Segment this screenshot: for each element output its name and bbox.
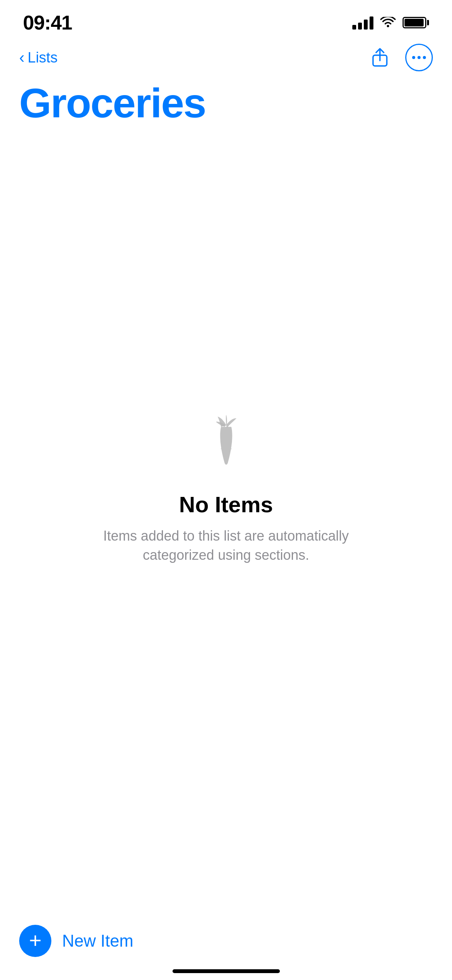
back-label: Lists: [28, 49, 58, 66]
empty-state-subtitle: Items added to this list are automatical…: [92, 526, 360, 565]
share-icon: [370, 48, 390, 67]
new-item-label: New Item: [62, 931, 133, 950]
carrot-icon: [196, 415, 257, 476]
home-indicator: [173, 969, 280, 973]
empty-state: No Items Items added to this list are au…: [92, 415, 360, 565]
battery-icon: [403, 17, 429, 28]
new-item-plus-icon: +: [19, 925, 51, 957]
status-bar: 09:41: [0, 0, 452, 38]
empty-state-title: No Items: [179, 492, 273, 517]
more-options-icon: [405, 44, 433, 71]
signal-icon: [352, 16, 373, 30]
nav-bar: ‹ Lists: [0, 38, 452, 77]
svg-point-0: [387, 25, 389, 27]
nav-actions: [366, 44, 433, 71]
share-button[interactable]: [366, 44, 394, 71]
page-title-section: Groceries: [0, 77, 452, 138]
wifi-icon: [380, 17, 396, 28]
new-item-button[interactable]: + New Item: [19, 925, 433, 957]
page-title: Groceries: [19, 81, 433, 126]
more-options-button[interactable]: [405, 44, 433, 71]
back-chevron-icon: ‹: [19, 49, 25, 66]
status-icons: [352, 16, 429, 30]
back-button[interactable]: ‹ Lists: [19, 49, 58, 66]
status-time: 09:41: [23, 11, 72, 34]
